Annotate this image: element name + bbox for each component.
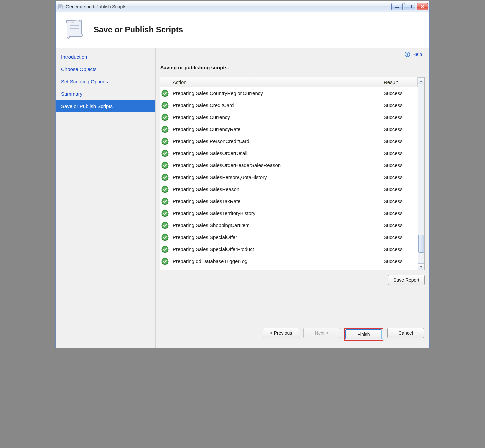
table-row[interactable]: Preparing ddlDatabaseTriggerLogSuccess	[160, 255, 418, 267]
wizard-window: Generate and Publish Scripts Save or Pub…	[55, 1, 430, 348]
cell-result: Success	[381, 243, 418, 255]
table-row[interactable]: Preparing Sales.SalesReasonSuccess	[160, 183, 418, 195]
cancel-button[interactable]: Cancel	[387, 328, 424, 338]
cell-result: Success	[381, 219, 418, 231]
cell-result: Success	[381, 255, 418, 267]
script-page-icon	[64, 18, 84, 41]
success-icon	[160, 147, 170, 159]
cell-result: Success	[381, 171, 418, 183]
table-row[interactable]: Preparing Sales.CurrencySuccess	[160, 111, 418, 123]
cell-result: Success	[381, 99, 418, 111]
table-row[interactable]: Preparing Sales.PersonCreditCardSuccess	[160, 135, 418, 147]
title-bar: Generate and Publish Scripts	[56, 1, 429, 12]
svg-text:?: ?	[406, 52, 409, 56]
cell-result: Success	[381, 231, 418, 243]
cell-result: Success	[381, 195, 418, 207]
table-row[interactable]: Save to fileSuccess	[160, 267, 418, 270]
cell-result: Success	[381, 207, 418, 219]
table-header: Action Result	[160, 77, 418, 87]
next-button: Next >	[303, 328, 340, 338]
help-label: Help	[412, 52, 422, 57]
wizard-steps-sidebar: IntroductionChoose ObjectsSet Scripting …	[56, 48, 156, 348]
cell-action: Preparing Sales.SalesTerritoryHistory	[170, 207, 381, 219]
results-table: Action Result Preparing Sales.CountryReg…	[160, 77, 425, 270]
success-icon	[160, 231, 170, 243]
save-report-button[interactable]: Save Report	[388, 275, 425, 285]
cell-result: Success	[381, 87, 418, 99]
cell-result: Success	[381, 135, 418, 147]
wizard-footer: < Previous Next > Finish Cancel	[156, 322, 429, 348]
cell-action: Preparing Sales.CountryRegionCurrency	[170, 87, 381, 99]
cell-action: Preparing Sales.ShoppingCartItem	[170, 219, 381, 231]
previous-button[interactable]: < Previous	[263, 328, 299, 338]
success-icon	[160, 123, 170, 135]
window-title: Generate and Publish Scripts	[66, 4, 126, 9]
cell-result: Success	[381, 267, 418, 270]
finish-highlight: Finish	[344, 328, 383, 341]
cell-action: Preparing Sales.SpecialOffer	[170, 231, 381, 243]
column-result[interactable]: Result	[381, 77, 418, 87]
success-icon	[160, 219, 170, 231]
success-icon	[160, 195, 170, 207]
cell-result: Success	[381, 123, 418, 135]
success-icon	[160, 255, 170, 267]
cell-action: Preparing Sales.SalesOrderHeaderSalesRea…	[170, 159, 381, 171]
cell-action: Preparing Sales.CurrencyRate	[170, 123, 381, 135]
success-icon	[160, 171, 170, 183]
app-icon	[58, 4, 64, 10]
cell-action: Preparing Sales.SpecialOfferProduct	[170, 243, 381, 255]
cell-result: Success	[381, 111, 418, 123]
table-row[interactable]: Preparing Sales.CurrencyRateSuccess	[160, 123, 418, 135]
success-icon	[160, 111, 170, 123]
table-row[interactable]: Preparing Sales.SpecialOfferProductSucce…	[160, 243, 418, 255]
table-row[interactable]: Preparing Sales.ShoppingCartItemSuccess	[160, 219, 418, 231]
success-icon	[160, 135, 170, 147]
success-icon	[160, 87, 170, 99]
sidebar-item[interactable]: Introduction	[56, 51, 155, 63]
maximize-button[interactable]	[404, 3, 415, 10]
table-row[interactable]: Preparing Sales.SpecialOfferSuccess	[160, 231, 418, 243]
sidebar-item[interactable]: Summary	[56, 88, 155, 100]
sidebar-item[interactable]: Set Scripting Options	[56, 75, 155, 88]
table-row[interactable]: Preparing Sales.SalesPersonQuotaHistoryS…	[160, 171, 418, 183]
cell-action: Preparing Sales.SalesTaxRate	[170, 195, 381, 207]
scroll-down-arrow[interactable]: ▼	[418, 263, 424, 270]
cell-action: Preparing Sales.Currency	[170, 111, 381, 123]
success-icon	[160, 183, 170, 195]
page-title: Save or Publish Scripts	[94, 25, 183, 34]
minimize-button[interactable]	[391, 3, 403, 10]
table-row[interactable]: Preparing Sales.SalesTaxRateSuccess	[160, 195, 418, 207]
scroll-track[interactable]	[418, 84, 424, 263]
scroll-up-arrow[interactable]: ▲	[418, 77, 424, 84]
success-icon	[160, 159, 170, 171]
cell-action: Save to file	[170, 267, 381, 270]
column-action[interactable]: Action	[170, 77, 381, 87]
table-row[interactable]: Preparing Sales.SalesOrderDetailSuccess	[160, 147, 418, 159]
cell-result: Success	[381, 183, 418, 195]
table-row[interactable]: Preparing Sales.CountryRegionCurrencySuc…	[160, 87, 418, 99]
finish-button[interactable]: Finish	[345, 329, 382, 339]
svg-rect-0	[395, 7, 399, 8]
cell-action: Preparing Sales.SalesOrderDetail	[170, 147, 381, 159]
main-panel: ? Help Saving or publishing scripts. Act…	[156, 48, 429, 348]
success-icon	[160, 99, 170, 111]
scroll-thumb[interactable]	[418, 235, 424, 253]
help-icon: ?	[404, 51, 410, 57]
cell-action: Preparing ddlDatabaseTriggerLog	[170, 255, 381, 267]
cell-action: Preparing Sales.SalesPersonQuotaHistory	[170, 171, 381, 183]
table-row[interactable]: Preparing Sales.CreditCardSuccess	[160, 99, 418, 111]
vertical-scrollbar[interactable]: ▲ ▼	[418, 77, 424, 270]
table-row[interactable]: Preparing Sales.SalesOrderHeaderSalesRea…	[160, 159, 418, 171]
table-row[interactable]: Preparing Sales.SalesTerritoryHistorySuc…	[160, 207, 418, 219]
wizard-header: Save or Publish Scripts	[56, 12, 429, 48]
sidebar-item[interactable]: Choose Objects	[56, 63, 155, 75]
success-icon	[160, 243, 170, 255]
help-link[interactable]: ? Help	[402, 50, 424, 59]
sidebar-item[interactable]: Save or Publish Scripts	[56, 100, 155, 112]
cell-result: Success	[381, 159, 418, 171]
cell-action: Preparing Sales.CreditCard	[170, 99, 381, 111]
close-button[interactable]	[417, 3, 428, 10]
success-icon	[160, 207, 170, 219]
cell-action: Preparing Sales.PersonCreditCard	[170, 135, 381, 147]
cell-action: Preparing Sales.SalesReason	[170, 183, 381, 195]
